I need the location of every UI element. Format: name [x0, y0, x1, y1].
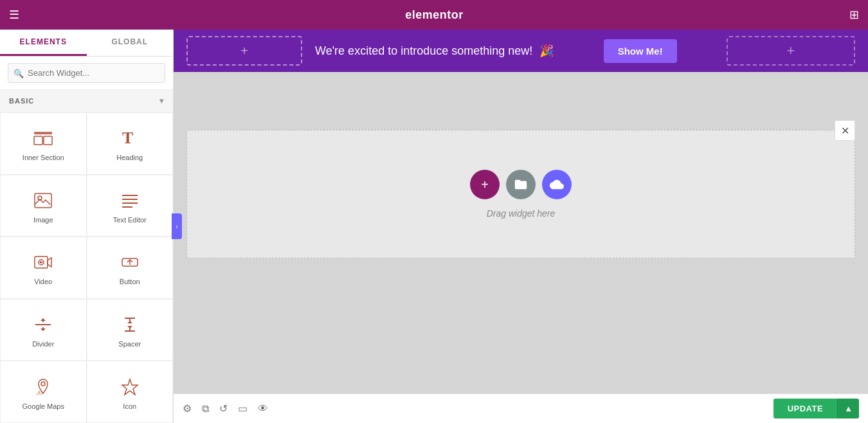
widget-inner-section[interactable]: Inner Section	[0, 113, 87, 175]
history-icon[interactable]: ↺	[219, 402, 228, 415]
bottom-left-icons: ⚙ ⧉ ↺ ▭ 👁	[183, 402, 268, 415]
widget-icon[interactable]: Icon	[87, 361, 174, 423]
search-input[interactable]	[8, 63, 165, 83]
svg-marker-25	[127, 321, 132, 323]
svg-rect-2	[44, 136, 52, 145]
svg-point-27	[41, 382, 45, 386]
grid-icon[interactable]: ⊞	[849, 8, 859, 22]
hamburger-icon[interactable]: ☰	[9, 8, 19, 22]
widget-video-label: Video	[34, 278, 52, 285]
add-widget-button[interactable]: +	[470, 170, 500, 199]
bottom-toolbar: ⚙ ⧉ ↺ ▭ 👁 UPDATE ▲	[174, 393, 868, 423]
text-editor-icon	[120, 190, 140, 211]
show-me-button[interactable]: Show Me!	[604, 39, 677, 63]
tab-global[interactable]: GLOBAL	[87, 30, 174, 56]
sidebar-tabs: ELEMENTS GLOBAL	[0, 30, 173, 57]
svg-marker-30	[122, 379, 138, 395]
icon-widget-icon	[120, 377, 140, 397]
google-maps-icon	[33, 377, 53, 397]
widget-icon-label: Icon	[123, 402, 136, 410]
widget-button[interactable]: Button	[87, 237, 174, 299]
widgets-grid: Inner Section T Heading Image	[0, 113, 173, 423]
widget-button-label: Button	[120, 278, 140, 285]
main-layout: ELEMENTS GLOBAL 🔍 BASIC ▾	[0, 30, 868, 423]
widget-heading[interactable]: T Heading	[87, 113, 174, 175]
action-icons: +	[470, 170, 572, 199]
svg-text:T: T	[122, 129, 133, 147]
button-icon	[120, 252, 140, 273]
cloud-icon	[550, 177, 564, 192]
top-bar: ☰ elementor ⊞	[0, 0, 868, 30]
promo-emoji: 🎉	[539, 44, 554, 57]
tab-elements[interactable]: ELEMENTS	[0, 30, 87, 56]
promo-left: + We're excited to introduce something n…	[186, 36, 554, 66]
eye-icon[interactable]: 👁	[258, 403, 268, 415]
responsive-icon[interactable]: ▭	[238, 402, 248, 415]
image-icon	[33, 190, 53, 211]
widget-spacer[interactable]: Spacer	[87, 299, 174, 361]
widget-google-maps-label: Google Maps	[23, 402, 64, 410]
search-box: 🔍	[0, 57, 173, 90]
sidebar: ELEMENTS GLOBAL 🔍 BASIC ▾	[0, 30, 174, 423]
widget-text-editor[interactable]: Text Editor	[87, 175, 174, 237]
chevron-down-icon: ▾	[159, 96, 164, 105]
layers-icon[interactable]: ⧉	[202, 403, 209, 415]
divider-icon	[33, 314, 53, 335]
widget-video[interactable]: Video	[0, 237, 87, 299]
promo-add-left-button[interactable]: +	[186, 36, 302, 66]
svg-rect-5	[35, 194, 51, 208]
video-icon	[33, 252, 53, 273]
folder-icon	[514, 177, 528, 192]
promo-text: We're excited to introduce something new…	[315, 44, 554, 58]
widget-inner-section-label: Inner Section	[23, 154, 64, 161]
widget-divider-label: Divider	[32, 340, 54, 348]
svg-marker-19	[41, 318, 46, 321]
widget-divider[interactable]: Divider	[0, 299, 87, 361]
widget-text-editor-label: Text Editor	[113, 216, 147, 224]
svg-rect-1	[34, 136, 42, 145]
widget-image[interactable]: Image	[0, 175, 87, 237]
promo-banner: + We're excited to introduce something n…	[174, 30, 868, 72]
widget-spacer-label: Spacer	[118, 340, 141, 348]
top-bar-right: ⊞	[849, 8, 859, 22]
update-button[interactable]: UPDATE	[773, 399, 837, 419]
settings-icon[interactable]: ⚙	[183, 402, 192, 415]
search-icon: 🔍	[14, 68, 24, 78]
svg-marker-20	[41, 328, 46, 331]
update-button-wrap: UPDATE ▲	[773, 399, 859, 419]
heading-icon: T	[120, 128, 140, 148]
main-content: + We're excited to introduce something n…	[174, 30, 868, 423]
svg-point-29	[35, 393, 43, 395]
svg-rect-0	[34, 132, 52, 134]
svg-marker-26	[127, 326, 132, 328]
widget-image-label: Image	[33, 216, 53, 224]
close-button[interactable]: ✕	[835, 120, 855, 141]
app-title: elementor	[405, 8, 464, 22]
basic-section-label: BASIC	[9, 97, 34, 105]
top-bar-left: ☰	[9, 8, 19, 22]
canvas-section: ✕ + Drag widget here	[186, 130, 855, 258]
folder-button[interactable]	[506, 170, 536, 199]
canvas-area: ✕ + Drag widget here	[174, 72, 868, 393]
widget-google-maps[interactable]: Google Maps	[0, 361, 87, 423]
cloud-button[interactable]	[542, 170, 572, 199]
update-arrow-button[interactable]: ▲	[837, 399, 859, 419]
basic-section-header: BASIC ▾	[0, 90, 173, 113]
spacer-icon	[120, 314, 140, 335]
inner-section-icon	[33, 128, 53, 148]
promo-add-right-button[interactable]: +	[727, 36, 855, 66]
drag-widget-text: Drag widget here	[487, 208, 556, 219]
collapse-sidebar-button[interactable]: ‹	[172, 213, 182, 239]
widget-heading-label: Heading	[116, 154, 143, 161]
